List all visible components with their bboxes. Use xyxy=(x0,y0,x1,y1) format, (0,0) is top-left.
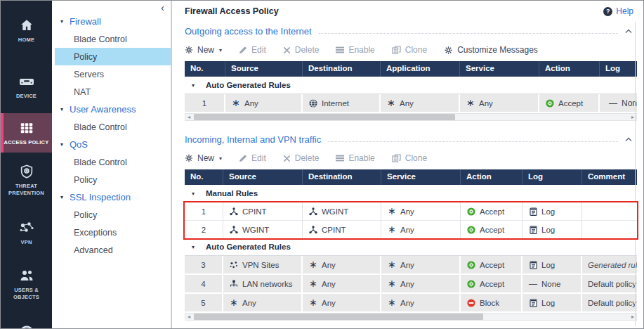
scroll-left-arrow-icon[interactable]: ◂ xyxy=(185,114,192,120)
cell-text: Log xyxy=(541,299,555,307)
sidebar-item-logs-monitoring[interactable]: LOGS & MONITORING xyxy=(1,313,52,329)
network-icon xyxy=(229,207,239,216)
new-button[interactable]: New▾ xyxy=(185,153,222,163)
rule-row-1[interactable]: 1CPINTWGINT∗AnyAcceptLog xyxy=(185,202,637,221)
horizontal-scrollbar[interactable]: ◂▸ xyxy=(185,113,637,121)
tree-section-firewall[interactable]: ▾Firewall xyxy=(52,13,171,30)
tree-item-policy[interactable]: Policy xyxy=(55,48,171,65)
rule-no: 3 xyxy=(185,256,223,273)
collapse-chevron-icon[interactable] xyxy=(625,137,632,142)
clone-button[interactable]: Clone xyxy=(392,153,427,163)
rule-cell: WGINT xyxy=(223,221,303,238)
rule-row-2[interactable]: 2WGINTCPINT∗AnyAcceptLog xyxy=(185,221,637,238)
sidebar-item-home[interactable]: HOME xyxy=(1,11,52,50)
panel-collapse-icon[interactable]: ‹ xyxy=(161,1,164,13)
new-button[interactable]: New▾ xyxy=(185,45,222,55)
tree-section-label: QoS xyxy=(70,139,88,150)
scroll-left-arrow-icon[interactable]: ◂ xyxy=(185,314,192,320)
sidebar-item-users-objects[interactable]: USERS & OBJECTS xyxy=(1,261,52,307)
button-label: Clone xyxy=(405,45,427,55)
tree-item-policy[interactable]: Policy xyxy=(52,171,171,188)
cell-text: Log xyxy=(541,261,555,269)
enable-button[interactable]: Enable xyxy=(336,153,374,163)
rule-no: 1 xyxy=(185,94,225,112)
sidebar-item-threat-prevention[interactable]: THREAT PREVENTION xyxy=(1,157,52,203)
any-icon: ∗ xyxy=(231,98,241,108)
tree-item-label: Policy xyxy=(74,52,97,62)
tree-section-ssl-inspection[interactable]: ▾SSL Inspection xyxy=(52,188,171,206)
rule-cell: Accept xyxy=(539,94,600,112)
help-button[interactable]: ? Help xyxy=(603,6,633,16)
accept-icon xyxy=(466,207,476,216)
shield-icon xyxy=(19,163,34,180)
lan-icon xyxy=(229,280,239,288)
policy-sections: Outgoing access to the InternetNew▾EditD… xyxy=(185,25,633,321)
sidebar-item-access-policy[interactable]: ACCESS POLICY xyxy=(1,113,52,153)
chevron-down-icon: ▾ xyxy=(192,191,200,197)
chevron-down-icon: ▾ xyxy=(60,141,70,148)
sidebar-item-vpn[interactable]: VPN xyxy=(1,213,52,252)
rule-row-3[interactable]: 3VPN Sites∗Any∗AnyAcceptLogGenerated rul… xyxy=(185,256,637,275)
delete-button[interactable]: Delete xyxy=(283,45,320,55)
sidebar: HOMEDEVICEACCESS POLICYTHREAT PREVENTION… xyxy=(1,1,52,328)
group-row-auto-generated-rules[interactable]: ▾Auto Generated Rules xyxy=(185,77,637,94)
tree-item-exceptions[interactable]: Exceptions xyxy=(52,224,171,241)
enable-button[interactable]: Enable xyxy=(336,45,374,55)
tree-item-servers[interactable]: Servers xyxy=(52,65,171,83)
tree-section-user-awareness[interactable]: ▾User Awareness xyxy=(52,101,171,118)
scrollbar-track[interactable] xyxy=(192,114,629,120)
cell-text: None xyxy=(541,280,561,288)
rule-cell: ∗Any xyxy=(223,294,303,311)
section-incoming-internal-and-vpn-traffic: Incoming, Internal and VPN trafficNew▾Ed… xyxy=(185,133,633,321)
vertical-scrollbar[interactable] xyxy=(635,22,643,326)
sidebar-item-label: HOME xyxy=(18,37,34,44)
rule-row-5[interactable]: 5∗Any∗Any∗AnyBlockLogDefault policy xyxy=(185,294,637,311)
tree-item-blade-control[interactable]: Blade Control xyxy=(52,30,171,48)
rule-cell: ∗Any xyxy=(303,275,381,292)
rule-cell: WGINT xyxy=(303,202,381,220)
sidebar-item-device[interactable]: DEVICE xyxy=(1,67,52,106)
tree-section-qos[interactable]: ▾QoS xyxy=(52,136,171,153)
cell-text: VPN Sites xyxy=(242,261,279,269)
rule-row-1[interactable]: 1∗AnyInternet∗Any∗AnyAccept—None xyxy=(185,94,637,112)
edit-button[interactable]: Edit xyxy=(239,45,266,55)
tree-item-blade-control[interactable]: Blade Control xyxy=(52,118,171,136)
new-icon xyxy=(185,46,193,54)
tree-item-nat[interactable]: NAT xyxy=(52,83,171,101)
rule-cell: LAN networks xyxy=(223,275,303,292)
cell-text: Any xyxy=(322,299,336,307)
scrollbar-track[interactable] xyxy=(192,314,629,320)
tree-item-blade-control[interactable]: Blade Control xyxy=(52,153,171,171)
active-indicator xyxy=(1,113,4,153)
sidebar-item-label: USERS & OBJECTS xyxy=(2,287,51,301)
rule-row-4[interactable]: 4LAN networks∗Any∗AnyAccept—NoneDefault … xyxy=(185,275,637,294)
edit-button[interactable]: Edit xyxy=(239,153,266,163)
column-header-source: Source xyxy=(225,61,303,77)
table-header-row: No.SourceDestinationServiceActionLogComm… xyxy=(185,169,637,185)
group-row-manual-rules[interactable]: ▾Manual Rules xyxy=(185,185,637,202)
any-icon: ∗ xyxy=(308,298,318,308)
tree-item-advanced[interactable]: Advanced xyxy=(52,241,171,259)
tree-item-policy[interactable]: Policy xyxy=(52,206,171,224)
cell-text: Accept xyxy=(480,207,504,216)
rule-cell: Default policy xyxy=(582,294,637,311)
rules-table: No.SourceDestinationApplicationServiceAc… xyxy=(185,61,637,112)
customize-messages-button[interactable]: Customize Messages xyxy=(444,45,538,55)
scrollbar-thumb[interactable] xyxy=(194,114,455,120)
delete-button[interactable]: Delete xyxy=(283,153,320,163)
page-header: Firewall Access Policy ? Help xyxy=(185,6,633,16)
any-icon: ∗ xyxy=(229,298,239,308)
rule-cell: —None xyxy=(600,94,637,112)
rule-cell: CPINT xyxy=(303,221,381,238)
button-label: New xyxy=(197,45,214,55)
clone-button[interactable]: Clone xyxy=(392,45,427,55)
vpn-sites-icon xyxy=(229,261,239,269)
rule-cell: ∗Any xyxy=(225,94,303,112)
group-row-auto-generated-rules[interactable]: ▾Auto Generated Rules xyxy=(185,238,637,256)
horizontal-scrollbar[interactable]: ◂▸ xyxy=(185,313,637,321)
scrollbar-thumb[interactable] xyxy=(194,314,483,320)
collapse-chevron-icon[interactable] xyxy=(625,29,632,34)
button-label: Clone xyxy=(405,153,427,163)
tree-section-label: User Awareness xyxy=(70,104,136,115)
tree-item-label: Advanced xyxy=(74,245,113,255)
